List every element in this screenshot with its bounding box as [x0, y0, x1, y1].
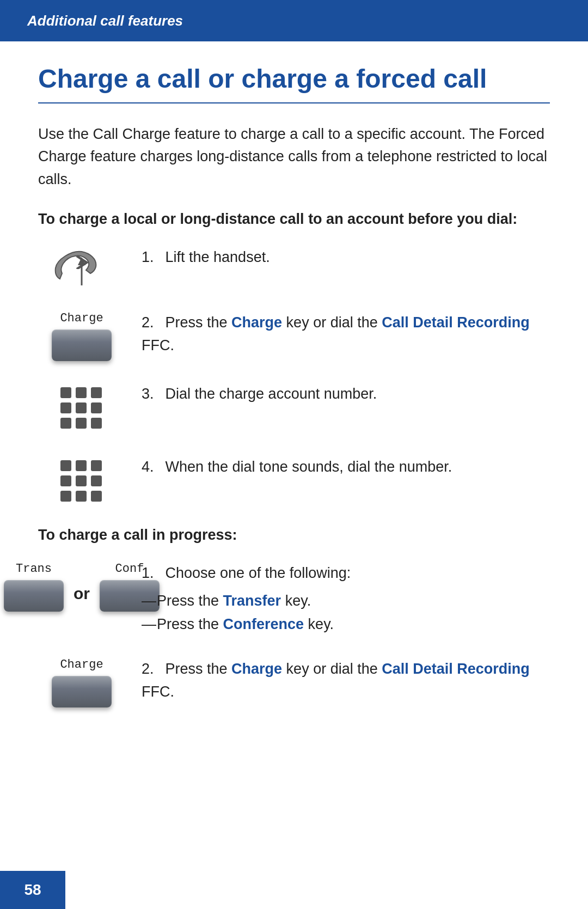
- trans-key-group: Trans: [4, 562, 64, 612]
- section1-heading: To charge a local or long-distance call …: [38, 211, 550, 228]
- charge-key-label: Charge: [60, 312, 103, 325]
- step4-icon: [38, 454, 125, 507]
- transfer-link: Transfer: [223, 593, 281, 609]
- header-bar: Additional call features: [0, 0, 588, 41]
- main-content: Charge a call or charge a forced call Us…: [0, 41, 588, 771]
- page-footer: 58: [0, 871, 65, 909]
- cdr-link1: Call Detail Recording: [382, 314, 530, 331]
- keypad-icon: [60, 387, 103, 430]
- step2-text: 2. Press the Charge key or dial the Call…: [142, 309, 550, 357]
- detail-recording-link: Detail Recording: [413, 661, 530, 677]
- keypad-icon-2: [60, 460, 103, 503]
- step1-row: 1. Lift the handset.: [38, 244, 550, 290]
- intro-text: Use the Call Charge feature to charge a …: [38, 123, 550, 192]
- charge-key-button-2[interactable]: [52, 676, 112, 707]
- charge-link2: Charge: [231, 661, 282, 677]
- step5-icon: Trans or Conf: [38, 560, 125, 616]
- step1-icon: [38, 244, 125, 290]
- section2-heading: To charge a call in progress:: [38, 527, 550, 544]
- trans-key-label: Trans: [16, 562, 52, 576]
- charge-key-button[interactable]: [52, 330, 112, 361]
- conf-key-label: Conf: [115, 562, 144, 576]
- page-number: 58: [24, 881, 41, 899]
- trans-key-button[interactable]: [4, 580, 64, 612]
- step6-row: Charge 2. Press the Charge key or dial t…: [38, 656, 550, 707]
- bullet-transfer: Press the Transfer key.: [142, 589, 550, 613]
- step3-icon: [38, 381, 125, 434]
- conference-link: Conference: [223, 616, 304, 632]
- trans-conf-row: Trans or Conf: [4, 562, 160, 612]
- header-label: Additional call features: [27, 13, 183, 29]
- bullet-conference: Press the Conference key.: [142, 613, 550, 636]
- charge-key-label-2: Charge: [60, 658, 103, 672]
- or-text: or: [74, 584, 90, 612]
- step3-text: 3. Dial the charge account number.: [142, 381, 550, 406]
- step6-text: 2. Press the Charge key or dial the Call…: [142, 656, 550, 704]
- svg-marker-1: [78, 257, 85, 265]
- call-link: Call: [382, 661, 409, 677]
- step5-row: Trans or Conf 1. Choose one of the follo…: [38, 560, 550, 636]
- step6-icon: Charge: [38, 656, 125, 707]
- bullet-list: Press the Transfer key. Press the Confer…: [142, 589, 550, 636]
- handset-icon: [49, 246, 114, 290]
- step2-icon: Charge: [38, 309, 125, 361]
- step5-text: 1. Choose one of the following: Press th…: [142, 560, 550, 636]
- step4-row: 4. When the dial tone sounds, dial the n…: [38, 454, 550, 507]
- page-title: Charge a call or charge a forced call: [38, 63, 550, 103]
- step1-text: 1. Lift the handset.: [142, 244, 550, 269]
- step4-text: 4. When the dial tone sounds, dial the n…: [142, 454, 550, 479]
- step2-row: Charge 2. Press the Charge key or dial t…: [38, 309, 550, 361]
- step3-row: 3. Dial the charge account number.: [38, 381, 550, 434]
- charge-link1: Charge: [231, 314, 282, 331]
